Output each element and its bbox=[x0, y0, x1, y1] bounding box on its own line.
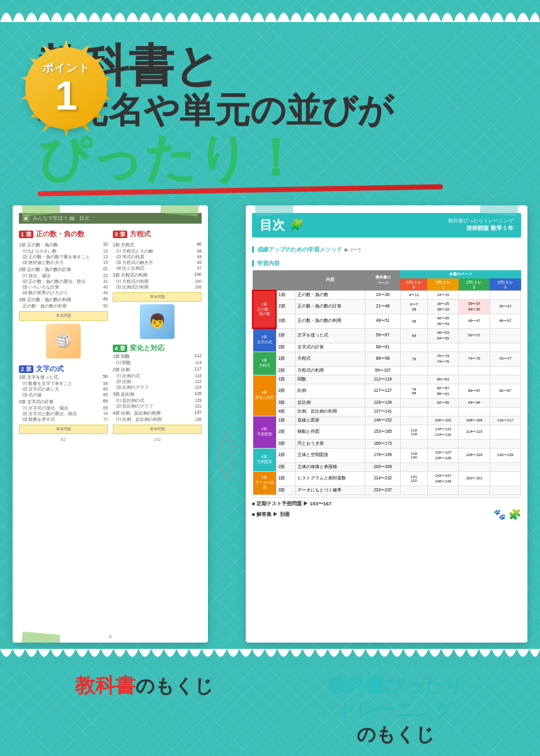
ch1-r2-title: 正の数・負の数の計算 bbox=[296, 299, 365, 314]
table-row: 3節 反比例 128〜136 92〜95 94〜95 bbox=[253, 398, 521, 407]
ch1-r2-pages: 21〜48 bbox=[365, 299, 401, 314]
ch2-s1c: ⑶ 式の値65 bbox=[19, 392, 108, 398]
ch7-r1-pages: 214〜232 bbox=[365, 471, 401, 486]
ch1-r1-t3 bbox=[490, 290, 520, 299]
ch4-r2-t0: 7998 bbox=[400, 384, 427, 398]
ch4-r1-pages: 112〜116 bbox=[365, 375, 401, 384]
ch3-practice: 章末問題 bbox=[113, 292, 202, 302]
left-book-page: 8 bbox=[109, 634, 112, 639]
ch1-r2-t0: 9〜738 bbox=[400, 299, 427, 314]
section1-title: 成績アップのための学習メソッド ▶ 2〜5 bbox=[252, 243, 521, 254]
ch3-s2a: ⑴ 方程式の利用100 bbox=[113, 279, 202, 285]
ch5-r2-t0: 119118 bbox=[400, 425, 427, 439]
section2-label: 学習内容 bbox=[252, 260, 280, 266]
ch1-s1-label: 1節 正の数・負の数 bbox=[19, 242, 58, 248]
ch7-r2-t3 bbox=[490, 486, 520, 495]
ch2-r2-section: 2節 bbox=[276, 343, 296, 352]
footer-icons: 🐾 🧩 bbox=[493, 508, 521, 520]
ch2-r2-t2 bbox=[459, 343, 490, 352]
content-table: 内容 教科書のページ 本書のページ ぴたトレ0 ぴたトレ1 ぴたトレ2 ぴたトレ… bbox=[252, 270, 521, 495]
ch4-r4-section: 4節 bbox=[276, 407, 296, 416]
table-row: 4節 比例、反比例の利用 137〜141 bbox=[253, 407, 521, 416]
ch6-r2-title: 立体の体積と表面積 bbox=[296, 462, 365, 471]
ch4-r3-t0 bbox=[400, 398, 427, 407]
ch6-r1-title: 立体と空間図形 bbox=[296, 448, 365, 462]
ch4-r1-t3 bbox=[490, 375, 520, 384]
ch2-r2-t3 bbox=[490, 343, 520, 352]
ch2-r2-t1 bbox=[427, 343, 458, 352]
ch1-r1-t0: 9〜11 bbox=[400, 290, 427, 299]
ch2-s2: 2節 文字式の計算69 bbox=[19, 398, 108, 406]
col-header-content: 内容 bbox=[296, 270, 365, 291]
col-header-pittore: 本書のページ bbox=[400, 270, 520, 278]
badge: ポイント 1 bbox=[25, 47, 107, 129]
ch4-r3-pages: 128〜136 bbox=[365, 398, 401, 407]
title-area: 教科書と 単元名や単元の並びが ぴったり！ bbox=[38, 41, 515, 193]
ch2-badge-cell: 2章文字の式 bbox=[253, 328, 276, 352]
ch6-r1-t1: 120〜127128〜126 bbox=[427, 448, 458, 462]
table-row: 2節 立体の体積と表面積 200〜209 bbox=[253, 462, 521, 471]
ch3-r1-t1: 70〜7374〜75 bbox=[427, 352, 458, 366]
ch3-r2-pages: 99〜107 bbox=[365, 366, 401, 375]
arrow-svg bbox=[217, 430, 236, 481]
ch6-r1-t2: 128〜129 bbox=[459, 448, 490, 462]
ch1-practice: 章末問題 bbox=[19, 311, 108, 321]
ch1-s2-label: 2節 正の数・負の数の計算 bbox=[19, 266, 71, 273]
right-caption-line1: 教科書ぴったり bbox=[277, 673, 515, 697]
chapter3-header: 3 章 方程式 bbox=[113, 227, 202, 239]
ch1-r3-t3: 46〜57 bbox=[490, 314, 520, 328]
right-book-subtitle: 教科書ぴったりトレーニング 啓林館版 数学１年 bbox=[309, 217, 514, 232]
bottom-section: 教科書のもくじ 教科書ぴったり トレーニング のもくじ bbox=[0, 668, 540, 756]
ch5-r2-section: 2節 bbox=[276, 425, 296, 439]
ch5-r3-t2 bbox=[459, 439, 490, 448]
ch3-s1c: ⑶ 方程式の解き方90 bbox=[113, 260, 202, 266]
ch7-r1-t3 bbox=[490, 471, 520, 486]
ch1-r2-t3: 35〜37 bbox=[490, 299, 520, 314]
right-caption: 教科書ぴったり トレーニング のもくじ bbox=[277, 673, 515, 747]
table-row: 7章データの活用 1節 ヒストグラムと相対度数 214〜232 141152 1… bbox=[253, 471, 521, 486]
ch3-s1: 1節 方程式86 bbox=[113, 241, 202, 249]
ch7-r2-section: 2節 bbox=[276, 486, 296, 495]
ch4-r1-section: 1節 bbox=[276, 375, 296, 384]
ch1-s2a: ⑴ 加法、減法22 bbox=[19, 273, 108, 279]
ch3-r2-t3 bbox=[490, 366, 520, 375]
ch4-s4: 4節 比例、反比例の利用137 bbox=[113, 410, 202, 417]
chapter2-header: 2 章 文字の式 bbox=[19, 362, 108, 374]
ch3-r1-t0: 79 bbox=[400, 352, 427, 366]
table-row: 2節 比例 117〜127 7998 82〜8788〜91 86〜87 96〜9… bbox=[253, 384, 521, 398]
ch4-r4-t0 bbox=[400, 407, 427, 416]
ch2-r1-section: 1節 bbox=[276, 328, 296, 343]
book-header-title: みんなで学ぼう 編 目次 bbox=[33, 215, 89, 222]
ch7-r1-t0: 141152 bbox=[400, 471, 427, 486]
ch6-r1-t0: 119140 bbox=[400, 448, 427, 462]
ch4-r4-t2 bbox=[459, 407, 490, 416]
ch6-r1-section: 1節 bbox=[276, 448, 296, 462]
ch6-r2-t3 bbox=[490, 462, 520, 471]
ch4-s2b: ⑵ 比例122 bbox=[113, 379, 202, 385]
right-book-title: 目次 bbox=[260, 217, 285, 234]
ch2-s2a: ⑴ 文字式の加法、減法69 bbox=[19, 406, 108, 411]
ch4-s1a: ⑴ 関数114 bbox=[113, 360, 202, 366]
ch2-s1a: ⑴ 数量を文字で表すこと58 bbox=[19, 381, 108, 387]
ch2-s1: 1節 文字を使った式56 bbox=[19, 374, 108, 381]
ch6-r2-pages: 200〜209 bbox=[365, 462, 401, 471]
ch6-r1-pages: 178〜199 bbox=[365, 448, 401, 462]
ch3-r2-t1 bbox=[427, 366, 458, 375]
ch2-r2-title: 文字式の計算 bbox=[296, 343, 365, 352]
ch3-s1d: ⑷ 比と比例式97 bbox=[113, 266, 202, 272]
ch2-s2b: ⑵ 文字式と数の乗法、除法74 bbox=[19, 411, 108, 417]
ch5-r1-title: 直線と図形 bbox=[296, 416, 365, 425]
ch1-r2-section: 2節 bbox=[276, 299, 296, 314]
section2-title: 学習内容 bbox=[252, 256, 521, 268]
col-t1: ぴたトレ1 bbox=[427, 278, 458, 291]
footer2-row: ■ 解答集 ▶ 別冊 🐾 🧩 bbox=[252, 508, 521, 520]
ch4-r2-t1: 82〜8788〜91 bbox=[427, 384, 458, 398]
ch1-s1a-label: ⑴ 0より小さい数 bbox=[23, 249, 57, 255]
ch4-r3-section: 3節 bbox=[276, 398, 296, 407]
ch3-s2: 2節 方程式の利用100 bbox=[113, 272, 202, 279]
ch1-r1-t1: 14〜15 bbox=[427, 290, 458, 299]
ch6-r2-t2 bbox=[459, 462, 490, 471]
chapter4-header: 4 章 変化と対応 bbox=[113, 341, 202, 353]
ch7-r1-title: ヒストグラムと相対度数 bbox=[296, 471, 365, 486]
toc-columns: 1 章 正の数・負の数 1節 正の数・負の数10 ⑴ 0より小さい数10 ⑵ 正… bbox=[19, 227, 202, 442]
